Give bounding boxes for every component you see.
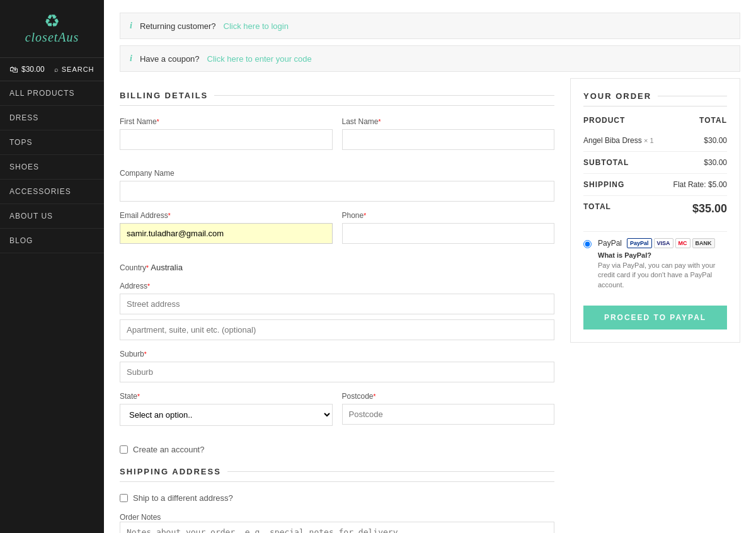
login-link[interactable]: Click here to login — [224, 21, 289, 31]
ship-different-checkbox[interactable] — [120, 494, 128, 502]
product-price: $30.00 — [704, 136, 727, 145]
paypal-radio[interactable] — [583, 240, 592, 248]
postcode-group: Postcode* — [342, 392, 555, 426]
state-label: State* — [120, 392, 333, 401]
search-button[interactable]: ⌕ SEARCH — [54, 66, 94, 73]
subtotal-label: SUBTOTAL — [583, 158, 629, 167]
main-wrapper: i Returning customer? Click here to logi… — [104, 0, 756, 533]
subtotal-row: SUBTOTAL $30.00 — [583, 152, 727, 174]
country-label: Country* — [120, 263, 151, 272]
product-qty: × 1 — [644, 137, 654, 144]
checkout-layout: BILLING DETAILS First Name* Last Name* — [120, 78, 740, 533]
sidebar-item-accessories[interactable]: ACCESSORIES — [0, 180, 104, 204]
address-group: Address* — [120, 282, 554, 340]
logo-icon: ♻ — [13, 13, 91, 30]
order-summary-box: YOUR ORDER PRODUCT TOTAL Angel Biba Dres… — [570, 78, 740, 343]
paypal-desc: Pay via PayPal, you can pay with your cr… — [598, 261, 727, 290]
cart-icon: 🛍 — [9, 64, 18, 74]
phone-input[interactable] — [342, 223, 555, 244]
country-row: Country* Australia — [120, 263, 554, 272]
what-paypal: What is PayPal? — [598, 251, 727, 259]
sidebar-item-about-us[interactable]: ABOUT US — [0, 204, 104, 229]
email-group: Email Address* — [120, 211, 333, 244]
product-row: Angel Biba Dress × 1 $30.00 — [583, 130, 727, 152]
state-postcode-row: State* Select an option.. Postcode* — [120, 392, 554, 435]
create-account-checkbox[interactable] — [120, 445, 128, 454]
order-notes-textarea[interactable] — [120, 522, 554, 533]
company-name-group: Company Name — [120, 169, 554, 202]
name-row: First Name* Last Name* — [120, 117, 554, 159]
search-icon: ⌕ — [54, 66, 59, 73]
logo: ♻ closetAus — [0, 0, 104, 57]
sidebar-item-tops[interactable]: TOPS — [0, 130, 104, 155]
cart-widget[interactable]: 🛍 $30.00 — [9, 64, 45, 74]
shipping-value: Flat Rate: $5.00 — [673, 180, 727, 189]
mc-badge: MC — [675, 238, 690, 248]
order-col-headers: PRODUCT TOTAL — [583, 116, 727, 125]
address-input[interactable] — [120, 294, 554, 314]
paypal-option: PayPal PayPal VISA MC BANK What is PayPa… — [583, 238, 727, 290]
visa-badge: VISA — [654, 238, 673, 248]
proceed-to-paypal-button[interactable]: PROCEED TO PAYPAL — [583, 306, 727, 330]
sidebar-item-shoes[interactable]: SHOES — [0, 155, 104, 180]
sidebar: ♻ closetAus 🛍 $30.00 ⌕ SEARCH ALL PRODUC… — [0, 0, 104, 533]
order-notes-group: Order Notes — [120, 512, 554, 533]
postcode-label: Postcode* — [342, 392, 555, 401]
state-group: State* Select an option.. — [120, 392, 333, 426]
total-amount: $35.00 — [692, 202, 727, 215]
billing-title: BILLING DETAILS — [120, 91, 554, 106]
sidebar-item-all-products[interactable]: ALL PRODUCTS — [0, 81, 104, 106]
email-input[interactable] — [120, 223, 333, 244]
sidebar-item-dress[interactable]: DRESS — [0, 106, 104, 130]
product-name: Angel Biba Dress × 1 — [583, 136, 654, 145]
sidebar-item-blog[interactable]: BLOG — [0, 229, 104, 253]
email-phone-row: Email Address* Phone* — [120, 211, 554, 253]
company-name-input[interactable] — [120, 181, 554, 202]
info-icon-1: i — [130, 21, 132, 31]
country-value: Australia — [151, 263, 183, 272]
first-name-label: First Name* — [120, 117, 333, 126]
main-content: i Returning customer? Click here to logi… — [104, 0, 756, 533]
cart-amount: $30.00 — [21, 65, 45, 74]
total-row: TOTAL $35.00 — [583, 196, 727, 222]
first-name-group: First Name* — [120, 117, 333, 150]
coupon-link[interactable]: Click here to enter your code — [207, 54, 312, 64]
product-col-header: PRODUCT — [583, 116, 625, 125]
coupon-banner: i Have a coupon? Click here to enter you… — [120, 45, 740, 72]
create-account-row: Create an account? — [120, 445, 554, 454]
state-select[interactable]: Select an option.. — [120, 404, 333, 426]
email-label: Email Address* — [120, 211, 333, 220]
first-name-input[interactable] — [120, 129, 333, 150]
suburb-input[interactable] — [120, 362, 554, 382]
shipping-section: SHIPPING ADDRESS Ship to a different add… — [120, 467, 554, 533]
billing-section: BILLING DETAILS First Name* Last Name* — [120, 91, 554, 454]
phone-group: Phone* — [342, 211, 555, 244]
bank-badge: BANK — [692, 238, 715, 248]
returning-customer-banner: i Returning customer? Click here to logi… — [120, 13, 740, 39]
order-summary-title: YOUR ORDER — [583, 91, 727, 106]
postcode-input[interactable] — [342, 404, 555, 425]
last-name-label: Last Name* — [342, 117, 555, 126]
logo-text: closetAus — [25, 30, 79, 44]
create-account-label[interactable]: Create an account? — [133, 445, 204, 454]
shipping-row: SHIPPING Flat Rate: $5.00 — [583, 174, 727, 196]
last-name-group: Last Name* — [342, 117, 555, 150]
search-label: SEARCH — [62, 66, 94, 73]
subtotal-value: $30.00 — [704, 158, 727, 167]
form-left: BILLING DETAILS First Name* Last Name* — [120, 78, 554, 533]
paypal-section: PayPal PayPal VISA MC BANK What is PayPa… — [583, 231, 727, 330]
ship-different-row: Ship to a different address? — [120, 493, 554, 503]
sidebar-nav: ALL PRODUCTS DRESS TOPS SHOES ACCESSORIE… — [0, 81, 104, 253]
paypal-label: PayPal PayPal VISA MC BANK — [598, 238, 727, 248]
last-name-input[interactable] — [342, 129, 555, 150]
address-label: Address* — [120, 282, 554, 290]
info-icon-2: i — [130, 54, 132, 64]
order-summary: YOUR ORDER PRODUCT TOTAL Angel Biba Dres… — [570, 78, 740, 533]
shipping-label: SHIPPING — [583, 180, 624, 189]
order-notes-label: Order Notes — [120, 513, 161, 522]
ship-different-label[interactable]: Ship to a different address? — [133, 493, 233, 503]
cart-search-bar: 🛍 $30.00 ⌕ SEARCH — [0, 57, 104, 81]
total-label: TOTAL — [583, 202, 611, 215]
address2-input[interactable] — [120, 319, 554, 340]
company-name-label: Company Name — [120, 169, 554, 178]
